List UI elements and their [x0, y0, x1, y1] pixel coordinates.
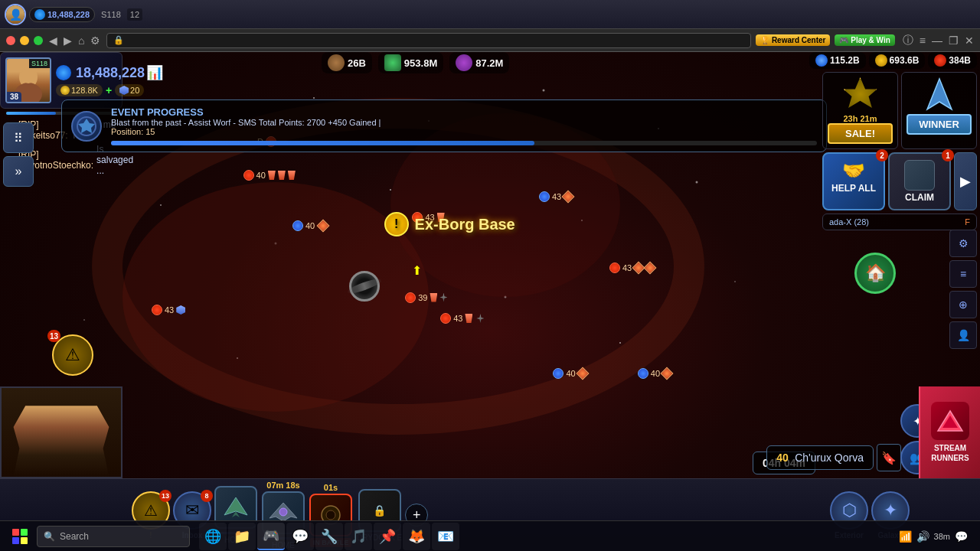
home-button[interactable]: 🏠 [854, 253, 896, 294]
lock-icon: 🔒 [373, 504, 386, 517]
crystal-value: 693.6B [890, 55, 920, 66]
level-badge: 38 [7, 92, 21, 102]
stats-bar: 128.8K + 20 [56, 84, 163, 96]
top-avatar[interactable]: 👤 [5, 4, 26, 25]
handshake-icon: 🤝 [830, 160, 877, 181]
restore-btn[interactable]: ❐ [949, 34, 959, 47]
maximize-btn[interactable] [34, 36, 43, 45]
winner-icon [923, 77, 956, 111]
min-win-btn[interactable]: — [932, 34, 942, 47]
player-avatar[interactable]: 38 S118 [5, 57, 51, 103]
home-arrow[interactable]: ⌂ [77, 34, 86, 47]
close-btn[interactable] [6, 36, 15, 45]
taskbar-app-1[interactable]: 🌐 [199, 523, 227, 550]
windows-search[interactable]: 🔍 Search [37, 526, 190, 547]
streamer-webcam [0, 386, 122, 478]
gold-icon [60, 86, 70, 95]
shield-icon [119, 86, 129, 95]
person-nav-btn[interactable]: 👤 [949, 321, 977, 349]
settings-arrow[interactable]: ⚙ [89, 34, 102, 47]
shield-stat: 20 [115, 84, 144, 96]
play-win-btn[interactable]: 🎮 Play & Win [835, 34, 894, 46]
event-progress-line [111, 141, 817, 145]
event-progress-panel: EVENT PROGRESS Blast from the past - Ass… [61, 99, 827, 152]
gold-stat: 128.8K [56, 84, 103, 96]
dilithium-group: 953.8M [378, 52, 443, 73]
add-gold-btn[interactable]: + [106, 84, 112, 96]
search-icon: 🔍 [44, 531, 55, 542]
next-arrow-button[interactable]: ▶ [954, 152, 977, 210]
credits-value: 26B [348, 57, 366, 69]
sale-label[interactable]: SALE! [828, 123, 893, 144]
resource-bar: 26B 953.8M 87.2M [322, 52, 509, 73]
tritanium-value: 87.2M [475, 57, 503, 69]
windows-taskbar: 🔍 Search 🌐 📁 🎮 💬 🔧 🎵 📌 🦊 📧 📶 🔊 38m 💬 [0, 520, 980, 551]
taskbar-app-3[interactable]: 🎮 [257, 523, 285, 550]
ship-timer-2: 07m 18s [266, 481, 299, 490]
menu-btn[interactable]: ≡ [920, 34, 926, 47]
browser-chrome: ◀ ▶ ⌂ ⚙ 🔒 🏆 Reward Center 🎮 Play & Win ⓘ… [0, 29, 980, 52]
help-all-label: HELP ALL [830, 183, 877, 194]
right-panel: 115.2B 693.6B 384B 23h 21m SALE! [819, 52, 980, 230]
ore-value: 115.2B [830, 55, 860, 66]
alert-button[interactable]: ⚠ 13 [52, 334, 93, 376]
stream-logo: STREAMRUNNERS [919, 386, 980, 478]
forward-arrow[interactable]: ▶ [62, 34, 74, 47]
alert-count: 13 [47, 330, 60, 342]
credits-icon [328, 54, 345, 71]
inbox-badge: 8 [201, 490, 213, 502]
info-btn[interactable]: ⓘ [903, 34, 913, 47]
score-orb [56, 65, 71, 80]
tray-notif[interactable]: 💬 [955, 530, 968, 543]
alliance-tag: S118 [101, 10, 121, 19]
event-title: EVENT PROGRESS [111, 106, 817, 118]
win-logo-green [21, 529, 28, 536]
reward-center-btn[interactable]: 🏆 Reward Center [756, 34, 830, 46]
top-bar: 👤 18,488,228 S118 12 [0, 0, 980, 29]
taskbar-app-6[interactable]: 🎵 [345, 523, 372, 550]
crystal-icon [875, 54, 887, 67]
claim-label: CLAIM [896, 192, 943, 203]
taskbar-app-8[interactable]: 🦊 [403, 523, 430, 550]
bottom-alert-badge: 13 [159, 490, 172, 502]
gold-amount: 128.8K [71, 86, 98, 95]
winner-label[interactable]: WINNER [906, 114, 972, 135]
streamer-silhouette [2, 406, 121, 477]
target-info: 40 Ch'urux Qorva [766, 445, 874, 470]
gas-resource: 384B [928, 52, 977, 69]
claim-notification-badge: 1 [942, 149, 954, 161]
event-icon [71, 111, 102, 142]
taskbar-app-2[interactable]: 📁 [228, 523, 256, 550]
taskbar-app-9[interactable]: 📧 [432, 523, 459, 550]
minimize-btn[interactable] [20, 36, 29, 45]
filter-nav-btn[interactable]: ≡ [949, 260, 977, 288]
taskbar-app-7[interactable]: 📌 [374, 523, 401, 550]
tritanium-icon [456, 54, 472, 71]
taskbar-app-5[interactable]: 🔧 [315, 523, 343, 550]
forward-nav-btn[interactable]: » [3, 156, 34, 187]
close-win-btn[interactable]: ✕ [965, 34, 974, 47]
taskbar-app-4[interactable]: 💬 [286, 523, 314, 550]
xp-fill [6, 112, 56, 115]
tray-network: 📶 [899, 530, 912, 543]
tray-time: 38m [934, 532, 950, 541]
ada-panel: ada-X (28) F [822, 214, 977, 230]
credits-group: 26B [322, 52, 372, 73]
dots-menu-btn[interactable]: ⠿ [3, 122, 34, 153]
target-nav-btn[interactable]: ⊕ [949, 291, 977, 318]
action-row: 2 🤝 HELP ALL 1 CLAIM ▶ [822, 152, 977, 210]
back-arrow[interactable]: ◀ [47, 34, 59, 47]
dilithium-value: 953.8M [404, 57, 437, 69]
bookmark-button[interactable]: 🔖 [877, 444, 901, 471]
settings-nav-btn[interactable]: ⚙ [949, 230, 977, 257]
sale-timer: 23h 21m [828, 114, 893, 123]
ore-resource: 115.2B [809, 52, 866, 69]
score-chart-icon[interactable]: 📊 [146, 64, 163, 81]
start-button[interactable] [6, 523, 34, 550]
claim-button[interactable]: 1 CLAIM [888, 152, 951, 210]
left-nav-buttons: ⠿ » [0, 122, 34, 187]
stream-text: STREAMRUNNERS [931, 443, 969, 463]
ada-name: ada-X (28) [829, 217, 869, 227]
right-resource-row: 115.2B 693.6B 384B [819, 52, 980, 69]
help-all-button[interactable]: 2 🤝 HELP ALL [822, 152, 885, 210]
